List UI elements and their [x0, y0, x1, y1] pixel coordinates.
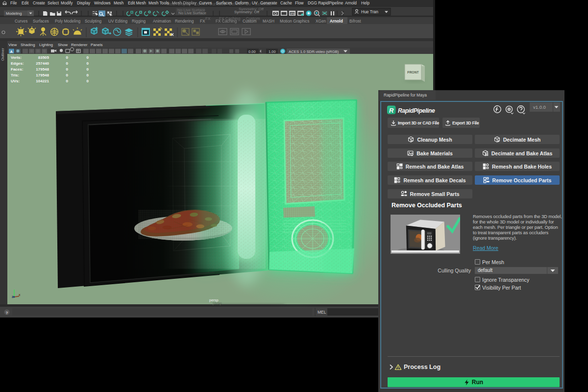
svg-text:View: View	[8, 43, 17, 47]
svg-text:0: 0	[66, 55, 69, 60]
svg-text:Outliner: Outliner	[0, 48, 5, 61]
svg-text:179548: 179548	[36, 67, 49, 72]
svg-text:83505: 83505	[38, 55, 49, 60]
svg-text:Bifrost: Bifrost	[349, 19, 361, 24]
svg-text:x: x	[19, 293, 21, 296]
svg-text:Mesh: Mesh	[114, 0, 124, 5]
svg-text:File: File	[10, 0, 17, 5]
svg-text:179548: 179548	[36, 73, 49, 77]
svg-text:Flow: Flow	[295, 0, 304, 5]
svg-text:No Live Surface: No Live Surface	[178, 11, 206, 15]
svg-text:Panels: Panels	[91, 43, 102, 47]
svg-text:Renderer: Renderer	[71, 43, 88, 47]
svg-text:Modify: Modify	[61, 0, 73, 5]
svg-text:0: 0	[87, 73, 89, 77]
svg-text:0.00: 0.00	[248, 49, 256, 54]
svg-text:FX: FX	[200, 19, 205, 24]
svg-text:DGG RapidPipeline: DGG RapidPipeline	[308, 0, 343, 5]
svg-text:XGen: XGen	[316, 19, 326, 24]
svg-text:Display: Display	[77, 0, 91, 5]
svg-text:Windows: Windows	[94, 0, 111, 5]
svg-text:IPR: IPR	[291, 12, 295, 15]
svg-text:A: A	[10, 49, 13, 54]
svg-text:FX Caching: FX Caching	[219, 16, 241, 21]
svg-text:RapidPipeline: RapidPipeline	[398, 107, 435, 114]
svg-text:1.00: 1.00	[269, 49, 276, 54]
svg-text:Surfaces: Surfaces	[216, 0, 232, 5]
svg-text:Help: Help	[361, 0, 369, 5]
svg-text:0: 0	[87, 61, 89, 66]
svg-text:Sculpting: Sculpting	[85, 19, 102, 24]
svg-text:Select: Select	[48, 0, 59, 5]
svg-text:Curves: Curves	[15, 19, 27, 24]
svg-text:UV Editing: UV Editing	[108, 19, 128, 24]
svg-text:Shading: Shading	[21, 43, 35, 47]
svg-text:UV: UV	[252, 0, 258, 5]
svg-text:0: 0	[87, 67, 89, 72]
svg-text:104221: 104221	[36, 79, 49, 83]
svg-text:0: 0	[66, 67, 69, 72]
svg-text:UVs:: UVs:	[11, 79, 20, 83]
svg-text:Custom: Custom	[243, 19, 257, 24]
svg-text:?: ?	[6, 311, 8, 315]
svg-text:0: 0	[66, 73, 69, 77]
svg-text:Hue Tran: Hue Tran	[361, 9, 378, 14]
svg-text:Mesh Display: Mesh Display	[172, 0, 197, 5]
svg-text:Edit: Edit	[22, 0, 29, 5]
svg-text:0: 0	[66, 61, 69, 66]
svg-text:0: 0	[87, 55, 89, 60]
svg-text:ACES 1.0 SDR-video (sRGB): ACES 1.0 SDR-video (sRGB)	[289, 49, 339, 54]
svg-text:Edges:: Edges:	[11, 61, 24, 66]
svg-text:MEL: MEL	[318, 310, 326, 315]
svg-text:Symmetry: Off: Symmetry: Off	[234, 10, 260, 14]
svg-text:Cache: Cache	[280, 0, 292, 5]
svg-text:MASH: MASH	[263, 19, 274, 24]
svg-text:0: 0	[66, 79, 69, 83]
svg-text:0: 0	[87, 79, 89, 83]
svg-text:Rendering: Rendering	[175, 19, 194, 24]
svg-text:R: R	[389, 107, 394, 114]
svg-text:Motion Graphics: Motion Graphics	[280, 19, 309, 24]
svg-text:FX: FX	[205, 16, 211, 21]
svg-text:Deform: Deform	[235, 0, 248, 5]
svg-text:Create: Create	[33, 0, 45, 5]
svg-text:Mesh Tools: Mesh Tools	[148, 0, 169, 5]
svg-text:Generate: Generate	[260, 0, 277, 5]
svg-text:Edit Mesh: Edit Mesh	[128, 0, 146, 5]
svg-text:Lighting: Lighting	[39, 43, 53, 47]
svg-text:Animation: Animation	[153, 19, 171, 24]
svg-text:FRONT: FRONT	[407, 71, 419, 74]
svg-text:257440: 257440	[36, 61, 49, 66]
svg-text:Tris:: Tris:	[11, 73, 19, 77]
svg-text:Poly Modeling: Poly Modeling	[55, 19, 81, 24]
svg-text:Arnold: Arnold	[345, 0, 357, 5]
svg-text:Rigging: Rigging	[132, 19, 146, 24]
svg-text:Modeling: Modeling	[6, 11, 22, 16]
svg-text:Curves: Curves	[199, 0, 212, 5]
svg-text:Surfaces: Surfaces	[33, 19, 49, 24]
svg-text:Verts:: Verts:	[11, 55, 22, 60]
svg-text:Show: Show	[58, 43, 68, 47]
svg-text:Arnold: Arnold	[330, 19, 343, 24]
svg-text:Faces:: Faces:	[11, 67, 23, 72]
